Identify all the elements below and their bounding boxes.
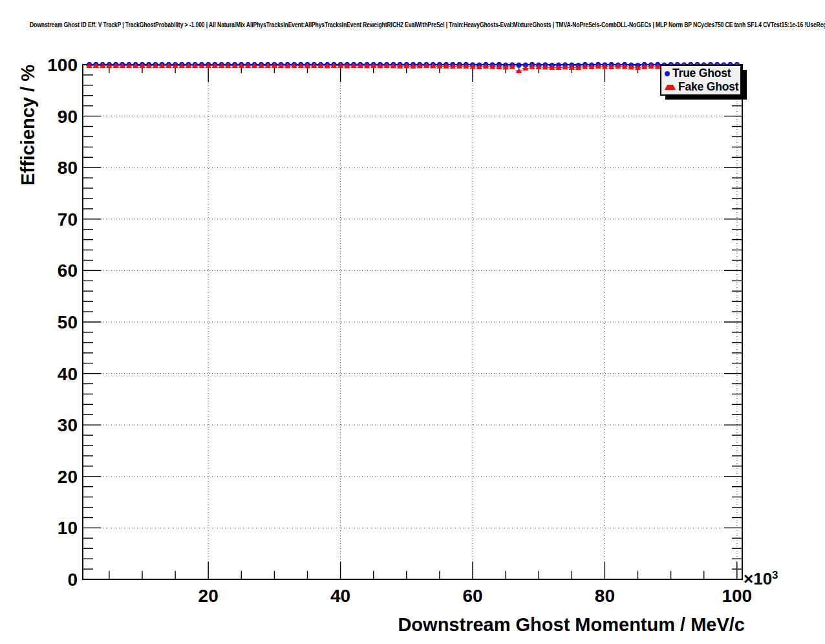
svg-text:30: 30 bbox=[58, 415, 78, 435]
svg-text:50: 50 bbox=[58, 312, 78, 332]
data-point bbox=[516, 63, 521, 68]
true-ghost-circle-marker-icon bbox=[665, 71, 670, 76]
svg-text:60: 60 bbox=[462, 586, 482, 606]
svg-text:90: 90 bbox=[58, 107, 78, 127]
svg-text:70: 70 bbox=[58, 209, 78, 230]
svg-text:40: 40 bbox=[58, 364, 78, 384]
svg-text:60: 60 bbox=[58, 261, 78, 281]
fake-ghost-triangle-marker-icon bbox=[665, 85, 676, 90]
grid-lines bbox=[83, 65, 742, 579]
svg-text:80: 80 bbox=[595, 586, 615, 606]
y-tick-labels: 0102030405060708090100 bbox=[47, 55, 78, 590]
svg-text:40: 40 bbox=[330, 586, 350, 606]
svg-text:80: 80 bbox=[58, 158, 78, 178]
svg-text:0: 0 bbox=[67, 570, 78, 590]
legend-label-true-ghost: True Ghost bbox=[672, 67, 731, 80]
legend-label-fake-ghost: Fake Ghost bbox=[678, 80, 738, 94]
svg-text:100: 100 bbox=[722, 586, 752, 606]
svg-text:100: 100 bbox=[47, 55, 78, 75]
svg-text:20: 20 bbox=[58, 467, 78, 487]
legend-item-true-ghost: True Ghost bbox=[661, 67, 740, 80]
legend-box: True Ghost Fake Ghost bbox=[660, 65, 742, 96]
plot-canvas: Downstream Ghost ID Eff. V TrackP | Trac… bbox=[0, 0, 825, 644]
x-tick-labels: 20406080100 bbox=[198, 586, 753, 606]
legend-item-fake-ghost: Fake Ghost bbox=[661, 80, 740, 94]
svg-text:20: 20 bbox=[198, 586, 219, 606]
svg-text:10: 10 bbox=[58, 518, 78, 538]
